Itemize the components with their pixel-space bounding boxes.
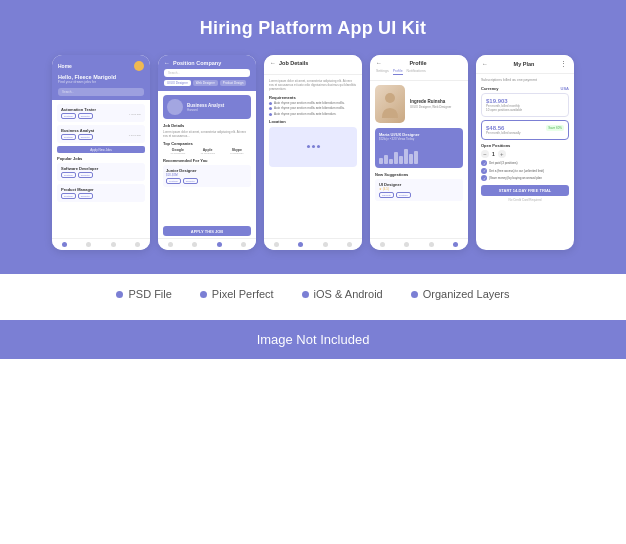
phone2-job-title: Business Analyst [187,103,224,108]
phone2-job-desc: Lorem ipsum dolor sit amet, consectetur … [163,130,251,138]
phone3-location-title: Location [269,119,357,124]
phone1-popular-title: Popular Jobs [57,156,145,161]
phone2-header: ← Position Company Search... UI/UX Desig… [158,55,256,91]
phone5-plan-yearly[interactable]: $48.56 Save 60% Per month, billed annual… [481,120,569,140]
monthly-positions: 10 open positions available [486,108,564,112]
req-2: Auto rhyme your section mollis ante bibe… [269,106,357,110]
phone1-sub: Find your dream jobs for [58,80,144,84]
ph5-feature-2: ✓ Get a (free access) to our (unlimited … [481,168,569,174]
phone2-bottom-nav [158,238,256,250]
stepper-minus[interactable]: − [481,150,489,158]
bottom-section: PSD File Pixel Perfect iOS & Android Org… [0,274,626,320]
phone5-body: Subscriptions billed as one payment Curr… [476,74,574,206]
back-icon[interactable]: ← [164,60,170,66]
company-skype: Skype 8 vacancies [230,148,243,155]
feature-layers: Organized Layers [411,288,510,300]
stepper-value: 1 [492,151,495,157]
feature-ios-label: iOS & Android [314,288,383,300]
phone2-job-sub: Harvard [187,108,224,112]
phone2-job-details-title: Job Details [163,123,251,128]
phone5-title: My Plan [514,61,535,67]
phone2-search-input[interactable]: Search... [168,71,180,75]
feature-pixel-label: Pixel Perfect [212,288,274,300]
image-not-included-text: Image Not Included [257,332,370,347]
open-positions-row: Open Positions [481,143,569,148]
ph5-feature-3: ✓ (Save money) by buying an annual plan [481,175,569,181]
phone2-featured-job: Business Analyst Harvard [163,95,251,119]
phone2-top-companies: Top Companies [163,141,251,146]
phone2-job-avatar [167,99,183,115]
tab-profile[interactable]: Profile [393,69,403,75]
tab-product[interactable]: Product Design [220,80,247,86]
phone1-search-placeholder[interactable]: Search... [62,90,74,94]
feature-layers-label: Organized Layers [423,288,510,300]
profile-role: UI/UX Designer, Web Designer [410,105,463,109]
feature-ios: iOS & Android [302,288,383,300]
phone-job-details: ← Job Details Lorem ipsum dolor sit amet… [264,55,362,250]
image-not-included-banner: Image Not Included [0,320,626,359]
phone1-avatar-icon [134,61,144,71]
phone4-back-icon[interactable]: ← [376,60,382,66]
phone5-header: ← My Plan ⋮ [476,55,574,74]
phone1-job-1: Automation Tester Fulltime Remote 1 hour… [57,104,145,122]
phone5-plan-monthly[interactable]: $19.903 Per month, billed monthly 10 ope… [481,93,569,117]
phone5-back-icon[interactable]: ← [482,61,488,67]
phone5-subtitle: Subscriptions billed as one payment [481,78,569,82]
phone3-map [269,127,357,167]
profile-name: Ingrede Ruinsha [410,99,463,104]
req-1: Auto rhyme your section mollis ante bibe… [269,101,357,105]
ph5-feature-1: ✓ Get paid (3 positions) [481,160,569,166]
phone1-bottom-nav [52,238,150,250]
phone4-sug-item: UI Designer ★ (4.5) Remote Fulltime [375,179,463,201]
phone1-job-2: Business Analyst Fulltime Remote 2 days … [57,125,145,143]
phone5-currency-row: CurrencyUSA [481,86,569,91]
phone5-no-card: No Credit Card Required [481,198,569,202]
phone2-company-title: Position Company [173,60,221,66]
phone2-body: Business Analyst Harvard Job Details Lor… [158,91,256,193]
feature-psd-dot [116,291,123,298]
phone1-popular-2: Product Manager Fulltime Remote [57,184,145,202]
yearly-detail: Per month, billed annually [486,131,564,135]
phone3-title: Job Details [279,60,308,66]
company-apple: Apple 12 vacancies [200,148,215,155]
feature-ios-dot [302,291,309,298]
phone-position: ← Position Company Search... UI/UX Desig… [158,55,256,250]
phone3-requirements-title: Requirements [269,95,357,100]
tab-settings[interactable]: Settings [376,69,389,75]
phone1-header: Home Hello, Fleece Marigold Find your dr… [52,55,150,100]
phones-row: Home Hello, Fleece Marigold Find your dr… [52,55,574,250]
feature-psd-label: PSD File [128,288,171,300]
phone-my-plan: ← My Plan ⋮ Subscriptions billed as one … [476,55,574,250]
phone2-apply-button[interactable]: APPLY THIS JOB [163,226,251,236]
phone4-resume-card: Maria UI/UX Designer $32k/yr • 320 Views… [375,128,463,168]
phone1-apply-btn[interactable]: Apply New Jobs [57,146,145,153]
top-section: Hiring Platform App UI Kit Home Hello, F… [0,0,626,274]
phone4-bottom-nav [370,238,468,250]
phone2-rec-item: Junior Designer $20-$3M Fulltime Remote [163,165,251,187]
phone2-companies-row: Google 23 vacancies Apple 12 vacancies S… [163,148,251,155]
phone3-back-icon[interactable]: ← [270,60,276,66]
phone3-body: Lorem ipsum dolor sit amet, consectetur … [264,75,362,240]
phone2-recommended-title: Recommended For You [163,158,251,163]
phone5-cta-button[interactable]: START 14-DAY FREE TRIAL [481,185,569,196]
phone-profile: ← Profile Settings Profile Notifications [370,55,468,250]
phone4-suggestions-title: New Suggestions [375,172,463,177]
req-3: Auto rhyme your section mollis ante bibe… [269,112,357,116]
feature-pixel: Pixel Perfect [200,288,274,300]
phone5-stepper: − 1 + [481,150,569,158]
tab-uiux[interactable]: UI/UX Designer [164,80,191,86]
phone3-bottom-nav [264,238,362,250]
phone1-popular-1: Software Developer Fulltime Remote [57,163,145,181]
company-google: Google 23 vacancies [171,148,186,155]
stepper-plus[interactable]: + [498,150,506,158]
phone4-title: Profile [409,60,426,66]
page-title: Hiring Platform App UI Kit [200,18,427,39]
tab-notifications[interactable]: Notifications [407,69,426,75]
features-row: PSD File Pixel Perfect iOS & Android Org… [20,288,606,300]
phone3-header: ← Job Details [264,55,362,75]
phone1-nav-label: Home [58,63,72,69]
tab-webdesign[interactable]: Web Designer [193,80,218,86]
phone5-more-icon[interactable]: ⋮ [560,60,568,68]
profile-image [375,85,405,123]
save-badge: Save 60% [546,125,564,131]
